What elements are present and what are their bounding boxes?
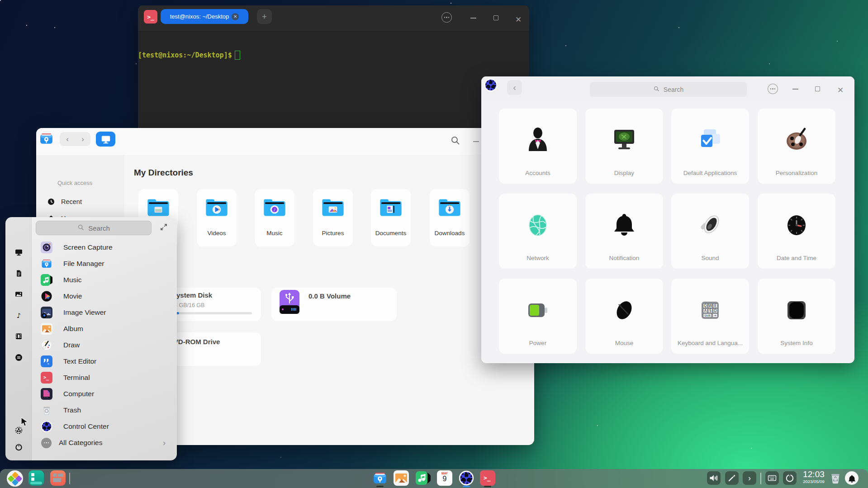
launcher-item-terminal[interactable]: >_Terminal — [35, 370, 171, 385]
clock[interactable]: 12:03 2023/05/09 — [800, 469, 828, 484]
tile-label: Accounts — [501, 170, 575, 176]
file-manager-minimize-button[interactable] — [473, 141, 479, 142]
search-icon[interactable] — [450, 135, 461, 146]
terminal-dock-dock-icon[interactable]: >_ — [480, 470, 495, 486]
task-manager-app-icon[interactable] — [28, 470, 44, 486]
volume-card[interactable]: 0.0 B Volume — [271, 288, 397, 321]
settings-tile-network[interactable]: Network — [499, 194, 577, 269]
drive-name: 0.0 B Volume — [308, 292, 351, 300]
settings-menu-button[interactable] — [768, 84, 778, 94]
taskbar: MAY9···>_ › 12:03 2023/05/09 — [0, 469, 868, 488]
terminal-content[interactable]: [test@nixos:~/Desktop]$ — [138, 51, 240, 60]
launcher-item-music[interactable]: Music — [35, 273, 171, 287]
forward-button[interactable]: › — [81, 135, 84, 144]
folder-card-pictures[interactable]: Pictures — [313, 189, 353, 246]
all-categories-label: All Categories — [59, 439, 103, 447]
svg-text:→: → — [714, 314, 716, 317]
settings-maximize-button[interactable] — [815, 86, 820, 91]
documents-icon[interactable] — [15, 270, 23, 277]
launcher-search-input[interactable]: Search — [36, 221, 152, 235]
folder-label: Downloads — [430, 230, 470, 237]
music-note-icon[interactable]: ♪ — [15, 312, 23, 319]
settings-tile-keyboard-and-langua[interactable]: QWEASDShift→Keyboard and Langua... — [671, 279, 749, 354]
music-app-icon — [41, 274, 52, 286]
launcher-item-file-manager[interactable]: File Manager — [35, 256, 171, 271]
settings-tile-display[interactable]: Display — [585, 109, 663, 184]
tile-label: Display — [587, 170, 661, 176]
album-app-dock-icon[interactable] — [394, 470, 409, 486]
sidebar-item-recent[interactable]: Recent — [43, 195, 119, 208]
tile-label: Date and Time — [759, 255, 834, 261]
control-center-mono-icon[interactable] — [15, 426, 23, 434]
computer-app-icon — [41, 388, 52, 400]
svg-text:D: D — [714, 309, 716, 313]
terminal-menu-button[interactable] — [441, 12, 452, 23]
videos-icon[interactable] — [15, 332, 23, 340]
settings-window: ‹ Search ✕ AccountsDisplayDefault Applic… — [481, 76, 854, 363]
launcher-item-text-editor[interactable]: Text Editor — [35, 354, 171, 369]
keyboard-tray-icon[interactable] — [765, 471, 779, 485]
folder-card-downloads[interactable]: Downloads — [430, 189, 470, 246]
brush-tray-icon[interactable] — [725, 471, 739, 485]
all-categories-item[interactable]: All Categories › — [35, 436, 174, 450]
launcher-item-draw[interactable]: Draw — [35, 338, 171, 352]
launcher-item-screen-capture[interactable]: Screen Capture — [35, 240, 171, 255]
svg-text:>_: >_ — [484, 474, 491, 482]
calendar-day: 9 — [437, 475, 452, 483]
new-tab-button[interactable]: + — [257, 9, 272, 24]
folder-card-videos[interactable]: Videos — [197, 189, 237, 246]
trash-tray-icon[interactable] — [829, 471, 842, 485]
settings-tile-default-applications[interactable]: Default Applications — [671, 109, 749, 184]
settings-back-button[interactable]: ‹ — [507, 80, 522, 95]
user-menu-icon[interactable] — [15, 354, 23, 361]
power-icon[interactable] — [15, 443, 23, 451]
power-tray-icon[interactable] — [783, 471, 797, 485]
folder-card-documents[interactable]: Documents — [371, 189, 411, 246]
computer-view-button[interactable] — [96, 132, 115, 147]
control-center-dock-icon[interactable] — [459, 470, 474, 486]
calendar-app-icon[interactable]: MAY9··· — [437, 470, 452, 486]
settings-tile-notification[interactable]: Notification — [585, 194, 663, 269]
settings-tile-sound[interactable]: Sound — [671, 194, 749, 269]
launcher-item-album[interactable]: Album — [35, 322, 171, 336]
terminal-tab[interactable]: test@nixos: ~/Desktop ✕ — [161, 9, 248, 24]
settings-tile-mouse[interactable]: Mouse — [585, 279, 663, 354]
settings-tile-accounts[interactable]: Accounts — [499, 109, 577, 184]
launcher-button[interactable] — [7, 470, 23, 487]
terminal-close-button[interactable]: ✕ — [515, 15, 522, 24]
back-button[interactable]: ‹ — [66, 135, 69, 144]
tile-label: Mouse — [587, 340, 661, 346]
launcher-item-image-viewer[interactable]: Image Viewer — [35, 305, 171, 320]
settings-tile-power[interactable]: Power — [499, 279, 577, 354]
launcher-item-label: Album — [63, 325, 83, 333]
settings-tile-system-info[interactable]: System Info — [758, 279, 835, 354]
settings-search-input[interactable]: Search — [590, 82, 747, 97]
launcher-item-movie[interactable]: Movie — [35, 289, 171, 303]
screen-capture-icon — [41, 242, 52, 253]
mouse-cursor — [20, 417, 29, 427]
settings-close-button[interactable]: ✕ — [837, 85, 844, 95]
pictures-icon[interactable] — [15, 290, 23, 298]
settings-tile-personalization[interactable]: Personalization — [758, 109, 835, 184]
folder-label: Music — [255, 230, 294, 237]
folder-card-music[interactable]: ♪Music — [255, 189, 294, 246]
windows-app-icon[interactable] — [50, 470, 66, 486]
launcher-item-label: Text Editor — [63, 357, 96, 365]
launcher-item-control-center[interactable]: Control Center — [35, 419, 171, 434]
music-dock-dock-icon[interactable] — [415, 470, 431, 486]
notification-bell-icon[interactable] — [845, 471, 859, 485]
tab-close-icon[interactable]: ✕ — [232, 13, 239, 20]
terminal-minimize-button[interactable] — [470, 18, 476, 19]
launcher-item-trash[interactable]: Trash — [35, 403, 171, 417]
settings-tile-date-and-time[interactable]: Date and Time — [758, 194, 835, 269]
expand-launcher-icon[interactable] — [160, 223, 168, 231]
file-manager-dock-icon[interactable] — [372, 470, 388, 486]
terminal-maximize-button[interactable] — [493, 15, 498, 20]
settings-minimize-button[interactable] — [792, 89, 798, 90]
volume-tray-icon[interactable] — [707, 471, 721, 485]
launcher-item-label: Screen Capture — [63, 243, 113, 251]
display-icon[interactable] — [15, 248, 23, 256]
calendar-weekday: ··· — [437, 483, 452, 485]
launcher-item-computer[interactable]: Computer — [35, 387, 171, 401]
chevron-right-tray-icon[interactable]: › — [743, 471, 756, 485]
